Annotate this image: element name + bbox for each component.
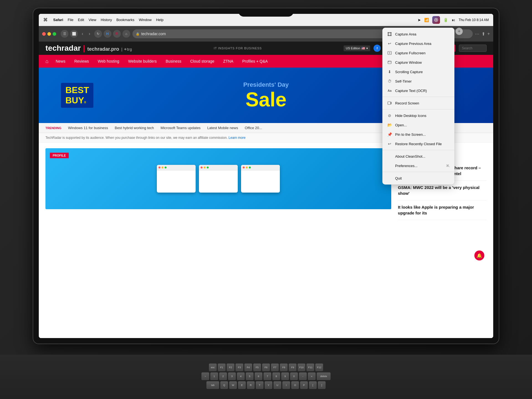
- kb-f8[interactable]: F8: [280, 364, 288, 371]
- kb-u[interactable]: U: [273, 381, 281, 389]
- control-center-icon[interactable]: ⏯: [451, 18, 455, 22]
- kb-r[interactable]: R: [247, 381, 255, 389]
- nav-profiles[interactable]: Profiles + Q&A: [238, 57, 272, 66]
- kb-0[interactable]: 0: [290, 372, 298, 380]
- news-item-2[interactable]: It looks like Apple is preparing a major…: [398, 200, 487, 220]
- kb-f4[interactable]: F4: [244, 364, 252, 371]
- kb-o[interactable]: O: [291, 381, 299, 389]
- menu-about[interactable]: About CleanShot...: [382, 152, 454, 161]
- kb-bracket-open[interactable]: [: [309, 381, 317, 389]
- trending-item-2[interactable]: Microsoft Teams updates: [161, 126, 201, 130]
- share-icon[interactable]: ⬆: [482, 31, 485, 37]
- tab-icon[interactable]: ⬜: [70, 30, 78, 38]
- apple-logo-icon[interactable]: ⌘: [43, 17, 48, 22]
- facebook-icon[interactable]: f: [374, 45, 381, 52]
- new-tab-icon[interactable]: +: [487, 31, 490, 37]
- fullscreen-button[interactable]: [53, 32, 56, 36]
- kb-tab[interactable]: tab: [206, 381, 219, 389]
- edition-selector[interactable]: US Edition 🇺🇸 ▾: [344, 45, 370, 51]
- menu-capture-window[interactable]: Capture Window: [382, 58, 454, 67]
- nav-reviews[interactable]: Reviews: [70, 57, 93, 66]
- kb-escape[interactable]: esc: [209, 364, 217, 371]
- nav-news[interactable]: News: [52, 57, 69, 66]
- kb-7[interactable]: 7: [264, 372, 271, 380]
- forward-button[interactable]: ›: [87, 30, 92, 37]
- menu-hide-desktop-icons[interactable]: ⊘ Hide Desktop Icons: [382, 111, 454, 120]
- kb-delete[interactable]: delete: [317, 372, 331, 380]
- menu-window[interactable]: Window: [139, 18, 152, 22]
- kb-8[interactable]: 8: [272, 372, 280, 380]
- nav-cloud-storage[interactable]: Cloud storage: [186, 57, 218, 66]
- kb-f6[interactable]: F6: [262, 364, 270, 371]
- trending-item-0[interactable]: Windows 11 for business: [68, 126, 108, 130]
- location-icon[interactable]: ➤: [418, 18, 421, 22]
- menu-bookmarks[interactable]: Bookmarks: [116, 18, 134, 22]
- extensions-icon[interactable]: ⋯: [475, 31, 479, 37]
- kb-tilde[interactable]: ~: [201, 372, 209, 380]
- kb-w[interactable]: W: [229, 381, 237, 389]
- home-nav-icon[interactable]: ⌂: [43, 56, 51, 66]
- menu-capture-area[interactable]: Capture Area: [382, 29, 454, 39]
- kb-4[interactable]: 4: [237, 372, 245, 380]
- kb-p[interactable]: P: [300, 381, 308, 389]
- back-button[interactable]: ‹: [80, 30, 85, 37]
- menu-scrolling-capture[interactable]: ⬇ Scrolling Capture: [382, 67, 454, 76]
- bookmark-extra-icon[interactable]: ⌂: [122, 30, 130, 38]
- menu-capture-fullscreen[interactable]: Capture Fullscreen: [382, 48, 454, 58]
- article-image[interactable]: [45, 148, 391, 209]
- kb-f12[interactable]: F12: [315, 364, 323, 371]
- trending-item-3[interactable]: Latest Mobile news: [207, 126, 238, 130]
- menu-open[interactable]: 📂 Open...: [382, 120, 454, 130]
- cleanshot-add-button[interactable]: +: [456, 28, 463, 35]
- menu-capture-previous-area[interactable]: ↩ Capture Previous Area: [382, 39, 454, 48]
- kb-e[interactable]: E: [238, 381, 246, 389]
- wifi-icon[interactable]: 📶: [424, 18, 429, 22]
- menu-self-timer[interactable]: ⏱ Self-Timer: [382, 76, 454, 86]
- affiliate-learn-more[interactable]: Learn more: [229, 136, 245, 140]
- kb-9[interactable]: 9: [281, 372, 289, 380]
- kb-bracket-close[interactable]: ]: [318, 381, 326, 389]
- kb-minus[interactable]: -: [299, 372, 307, 380]
- nav-business[interactable]: Business: [162, 57, 185, 66]
- kb-2[interactable]: 2: [219, 372, 227, 380]
- trending-item-1[interactable]: Best hybrid working tech: [115, 126, 154, 130]
- menu-view[interactable]: View: [89, 18, 96, 22]
- menu-help[interactable]: Help: [156, 18, 163, 22]
- menu-history[interactable]: History: [101, 18, 112, 22]
- menu-edit[interactable]: Edit: [78, 18, 84, 22]
- kb-q[interactable]: Q: [220, 381, 228, 389]
- bookmark-r-icon[interactable]: R: [113, 30, 121, 38]
- trending-item-4[interactable]: Office 20...: [245, 126, 262, 130]
- kb-1[interactable]: 1: [210, 372, 218, 380]
- search-input[interactable]: [459, 45, 487, 52]
- menu-preferences[interactable]: Preferences... ⌘,: [382, 161, 454, 170]
- battery-icon[interactable]: 🔋: [443, 18, 448, 22]
- techradar-logo[interactable]: techradar | techradar.pro | ✦trg: [45, 44, 132, 53]
- kb-f1[interactable]: F1: [218, 364, 226, 371]
- kb-t[interactable]: T: [256, 381, 264, 389]
- menu-capture-text-ocr[interactable]: Aa Capture Text (OCR): [382, 86, 454, 95]
- sidebar-toggle-icon[interactable]: ☰: [61, 30, 68, 38]
- kb-5[interactable]: 5: [246, 372, 254, 380]
- nav-website-builders[interactable]: Website builders: [124, 57, 160, 66]
- menu-record-screen[interactable]: Record Screen: [382, 98, 454, 108]
- menu-file[interactable]: File: [68, 18, 73, 22]
- kb-f11[interactable]: F11: [306, 364, 314, 371]
- nav-ztna[interactable]: ZTNA: [219, 57, 237, 66]
- kb-equals[interactable]: =: [308, 372, 316, 380]
- menu-pin-to-screen[interactable]: 📌 Pin to the Screen...: [382, 130, 454, 139]
- kb-6[interactable]: 6: [255, 372, 262, 380]
- kb-f7[interactable]: F7: [271, 364, 279, 371]
- reload-icon[interactable]: ↻: [94, 30, 102, 38]
- kb-f5[interactable]: F5: [253, 364, 261, 371]
- kb-f3[interactable]: F3: [236, 364, 243, 371]
- kb-3[interactable]: 3: [228, 372, 236, 380]
- kb-f10[interactable]: F10: [298, 364, 305, 371]
- nav-web-hosting[interactable]: Web hosting: [94, 57, 123, 66]
- menu-quit[interactable]: Quit: [382, 173, 454, 183]
- minimize-button[interactable]: [47, 32, 51, 36]
- kb-i[interactable]: I: [282, 381, 290, 389]
- close-button[interactable]: [42, 32, 46, 36]
- notification-bell[interactable]: 🔔: [474, 250, 484, 260]
- kb-f2[interactable]: F2: [227, 364, 234, 371]
